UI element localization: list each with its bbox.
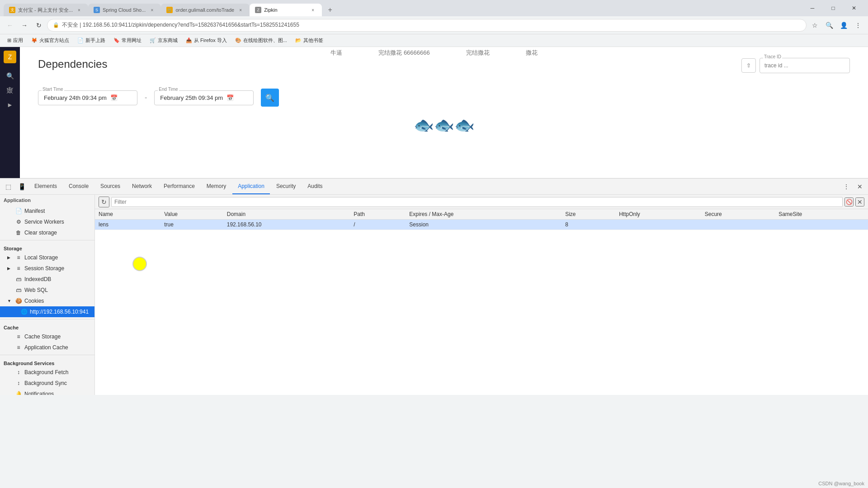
filter-refresh-button[interactable]: ↻ bbox=[99, 197, 109, 207]
devtools-close-button[interactable]: ✕ bbox=[854, 180, 866, 193]
sidebar-item-indexeddb[interactable]: 🗃 IndexedDB bbox=[0, 274, 94, 285]
sidebar-item-bg-fetch[interactable]: ↕ Background Fetch bbox=[0, 367, 94, 378]
bookmark-jd[interactable]: 🛒 京东商城 bbox=[146, 36, 181, 46]
sidebar-item-cookies-url[interactable]: 🌐 http://192.168.56.10:941 bbox=[0, 306, 94, 317]
menu-button[interactable]: ⋮ bbox=[852, 19, 864, 32]
start-time-field[interactable]: February 24th 09:34 pm 📅 bbox=[38, 90, 137, 105]
ss-label: Session Storage bbox=[24, 265, 64, 272]
new-tab-button[interactable]: + bbox=[324, 4, 336, 16]
bookmark-apps-icon: ⊞ bbox=[7, 38, 11, 43]
bookmark-firefox-import[interactable]: 📥 从 Firefox 导入 bbox=[182, 36, 231, 46]
ls-arrow: ▶ bbox=[7, 255, 13, 260]
expand-sidebar-icon[interactable]: ► bbox=[5, 99, 15, 110]
notif-label: Notifications bbox=[24, 391, 54, 395]
table-header-row: Name Value Domain Path Expires / Max-Age… bbox=[95, 209, 868, 220]
tab-alipay[interactable]: 支 支付宝 - 网上支付 安全... × bbox=[4, 4, 88, 16]
bookmark-drawing[interactable]: 🎨 在线绘图软件、图... bbox=[231, 36, 291, 46]
forward-button[interactable]: → bbox=[18, 19, 31, 32]
wsql-label: Web SQL bbox=[24, 287, 48, 293]
tab-audits[interactable]: Audits bbox=[302, 178, 328, 194]
devtools-mobile-button[interactable]: 📱 bbox=[15, 180, 28, 193]
bookmark-other[interactable]: 📂 其他书签 bbox=[292, 36, 327, 46]
search-button[interactable]: 🔍 bbox=[823, 19, 835, 32]
start-time-label: Start Time bbox=[42, 87, 64, 92]
tab-performance[interactable]: Performance bbox=[158, 178, 200, 194]
search-dependencies-button[interactable]: 🔍 bbox=[261, 89, 279, 107]
tab-favicon-zipkin: Z bbox=[255, 7, 261, 13]
bookmark-newuser[interactable]: 📄 新手上路 bbox=[74, 36, 109, 46]
ac-label: Application Cache bbox=[24, 344, 68, 351]
cs-icon: ≡ bbox=[15, 333, 22, 340]
clear-icon: 🗑 bbox=[15, 230, 22, 236]
tab-zipkin[interactable]: Z Zipkin × bbox=[250, 4, 322, 16]
tab-memory[interactable]: Memory bbox=[201, 178, 231, 194]
sidebar-item-cookies[interactable]: ▼ 🍪 Cookies bbox=[0, 296, 94, 306]
devtools-more-button[interactable]: ⋮ bbox=[840, 180, 853, 193]
tab-application[interactable]: Application bbox=[232, 178, 270, 194]
tab-close-zipkin[interactable]: × bbox=[309, 6, 316, 14]
reload-button[interactable]: ↻ bbox=[33, 19, 45, 32]
address-bar[interactable]: 🔒 不安全 | 192.168.56.10:9411/zipkin/depend… bbox=[47, 19, 807, 32]
bookmark-star-button[interactable]: ☆ bbox=[808, 19, 821, 32]
trace-id-input[interactable] bbox=[760, 58, 850, 73]
zipkin-page-title: Dependencies bbox=[38, 58, 107, 70]
zipkin-app: 牛逼 完结撒花 66666666 完结撒花 撒花 Z 🔍 🕸 ► Depende… bbox=[0, 47, 868, 178]
cookies-table: Name Value Domain Path Expires / Max-Age… bbox=[95, 209, 868, 230]
filter-clear-button[interactable]: 🚫 bbox=[844, 197, 854, 206]
sidebar-item-local-storage[interactable]: ▶ ≡ Local Storage bbox=[0, 252, 94, 263]
tab-close-spring[interactable]: × bbox=[148, 6, 156, 14]
tab-console[interactable]: Console bbox=[63, 178, 94, 194]
search-sidebar-icon[interactable]: 🔍 bbox=[5, 70, 15, 81]
account-button[interactable]: 👤 bbox=[837, 19, 850, 32]
upload-json-button[interactable]: ⇧ bbox=[741, 58, 756, 73]
col-value: Value bbox=[160, 209, 223, 220]
zipkin-logo-icon[interactable]: Z bbox=[4, 51, 16, 63]
sidebar-item-cache-storage[interactable]: ≡ Cache Storage bbox=[0, 331, 94, 342]
filter-x-button[interactable]: ✕ bbox=[855, 197, 864, 206]
bookmark-common[interactable]: 🔖 常用网址 bbox=[110, 36, 145, 46]
network-sidebar-icon[interactable]: 🕸 bbox=[5, 85, 15, 96]
url-text: 不安全 | 192.168.56.10:9411/zipkin/dependen… bbox=[62, 21, 801, 29]
maximize-button[interactable]: □ bbox=[823, 1, 844, 15]
tab-security[interactable]: Security bbox=[271, 178, 301, 194]
time-separator: - bbox=[145, 94, 147, 102]
zipkin-filter-row: Start Time February 24th 09:34 pm 📅 - En… bbox=[38, 89, 850, 107]
tab-elements[interactable]: Elements bbox=[29, 178, 62, 194]
minimize-button[interactable]: ─ bbox=[802, 1, 823, 15]
devtools-panel: ⬚ 📱 Elements Console Sources Network Per… bbox=[0, 178, 868, 395]
tab-title-zipkin: Zipkin bbox=[264, 7, 307, 13]
end-time-label: End Time bbox=[158, 87, 179, 92]
bookmark-apps[interactable]: ⊞ 应用 bbox=[4, 36, 27, 46]
zipkin-fish-area: 🐟🐟🐟 bbox=[38, 116, 850, 135]
sidebar-item-session-storage[interactable]: ▶ ≡ Session Storage bbox=[0, 263, 94, 274]
tab-order[interactable]: 🛒 order.gulimall.com/toTrade × bbox=[161, 4, 250, 16]
ac-icon: ≡ bbox=[15, 344, 22, 351]
end-time-field[interactable]: February 25th 09:34 pm 📅 bbox=[154, 90, 254, 105]
tab-springcloud[interactable]: S Spring Cloud Sho... × bbox=[88, 4, 161, 16]
tab-close-alipay[interactable]: × bbox=[75, 6, 83, 14]
col-expires: Expires / Max-Age bbox=[406, 209, 561, 220]
sidebar-item-service-workers[interactable]: ⚙ Service Workers bbox=[0, 216, 94, 227]
devtools-inspect-button[interactable]: ⬚ bbox=[2, 180, 14, 193]
sidebar-item-bg-sync[interactable]: ↕ Background Sync bbox=[0, 378, 94, 389]
col-samesite: SameSite bbox=[775, 209, 868, 220]
sw-icon: ⚙ bbox=[15, 219, 22, 225]
filter-input[interactable] bbox=[111, 197, 843, 207]
sidebar-item-clear-storage[interactable]: 🗑 Clear storage bbox=[0, 227, 94, 238]
back-button[interactable]: ← bbox=[4, 19, 16, 32]
sidebar-item-app-cache[interactable]: ≡ Application Cache bbox=[0, 342, 94, 353]
sidebar-item-manifest[interactable]: 📄 Manifest bbox=[0, 206, 94, 216]
page-area: 牛逼 完结撒花 66666666 完结撒花 撒花 Z 🔍 🕸 ► Depende… bbox=[0, 47, 868, 488]
sidebar-item-notifications[interactable]: 🔔 Notifications bbox=[0, 389, 94, 395]
sidebar-item-web-sql[interactable]: 🗃 Web SQL bbox=[0, 285, 94, 296]
close-button[interactable]: ✕ bbox=[844, 1, 864, 15]
end-time-value: February 25th 09:34 pm bbox=[160, 94, 223, 101]
trace-id-section: ⇧ Trace ID bbox=[741, 58, 850, 73]
bookmark-firefox-official[interactable]: 🦊 火狐官方站点 bbox=[28, 36, 73, 46]
cell-secure bbox=[701, 220, 775, 230]
table-row[interactable]: lenstrue192.168.56.10/Session8 bbox=[95, 220, 868, 230]
bookmarks-bar: ⊞ 应用 🦊 火狐官方站点 📄 新手上路 🔖 常用网址 🛒 京东商城 📥 从 F… bbox=[0, 34, 868, 47]
tab-network[interactable]: Network bbox=[127, 178, 157, 194]
tab-close-order[interactable]: × bbox=[237, 6, 244, 14]
tab-sources[interactable]: Sources bbox=[95, 178, 126, 194]
